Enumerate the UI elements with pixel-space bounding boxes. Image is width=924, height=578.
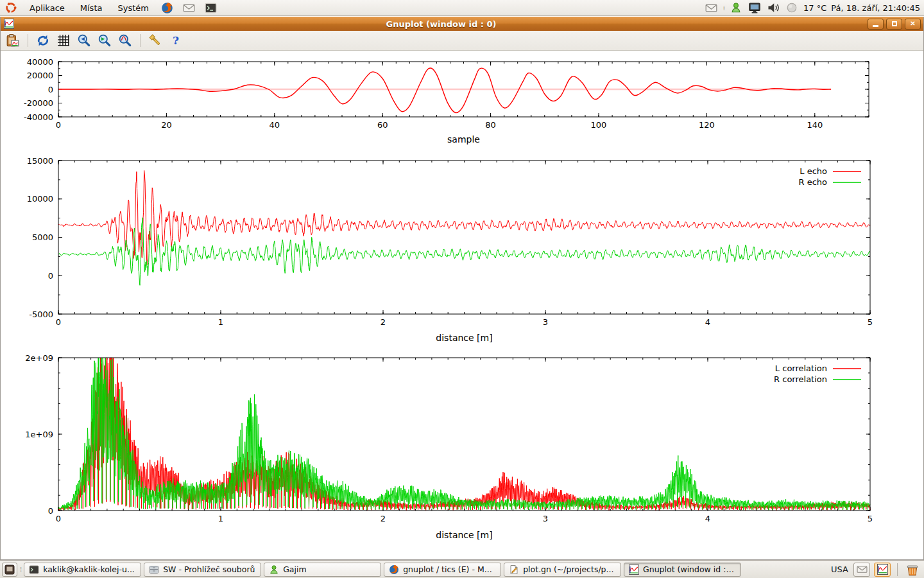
trash-icon [905,563,920,577]
tray-grip[interactable]: ⁞ [723,4,724,12]
x-tick-label: 40 [270,120,280,130]
autoscale-button[interactable] [117,32,133,49]
x-tick-label: 4 [705,317,710,327]
x-tick-label: 20 [161,120,172,130]
x-tick-label: 0 [56,120,61,130]
copy-to-clipboard-button[interactable] [4,32,21,49]
chart-echo-svg[interactable]: 012345-5000050001000015000distance [m]L … [1,154,923,351]
y-tick-label: -20000 [24,98,53,108]
task-button-text-editor[interactable]: plot.gn (~/projects/p... [504,563,621,577]
clock[interactable]: Pá, 18. září, 21:40:45 [831,3,920,13]
settings-button[interactable] [147,32,164,49]
x-tick-label: 140 [807,120,823,130]
x-tick-label: 0 [56,514,61,523]
legend-label: L correlation [775,363,827,373]
task-button-firefox[interactable]: gnuplot / tics (E) - M... [384,563,501,577]
volume-icon[interactable] [766,1,780,15]
y-tick-label: 10000 [27,194,53,204]
plot-canvas: 020406080100120140-40000-200000200004000… [1,51,923,559]
mail-icon [857,564,868,575]
y-tick-label: 2e+09 [25,353,53,363]
minimize-icon [873,25,878,27]
remote-desktop-icon[interactable] [748,1,762,15]
maximize-icon [892,21,897,26]
task-label: SW - Prohlížeč souborů [163,565,255,574]
taskbar-tray: USA [831,562,922,577]
weather-icon[interactable] [785,1,799,15]
gajim-icon [269,565,279,575]
y-tick-label: 0 [48,506,53,516]
titlebar[interactable]: Gnuplot (window id : 0) ✕ [1,17,923,31]
maximize-button[interactable] [886,19,902,30]
series-sample-signal [58,68,831,113]
chart-correlation-svg[interactable]: 01234501e+092e+09distance [m]L correlati… [1,351,923,560]
refresh-icon [36,33,50,48]
trash-button[interactable] [904,562,921,577]
gnuplot-icon [629,565,639,575]
x-axis-label: distance [m] [436,530,492,540]
top-panel: Aplikace Místa Systém ⁞ [0,0,924,16]
show-desktop-button[interactable] [2,563,17,577]
chart-sample-waveform: 020406080100120140-40000-200000200004000… [1,51,923,154]
file-manager-icon [149,565,159,575]
x-tick-label: 5 [868,514,873,523]
autoscale-icon [118,33,132,48]
help-icon: ? [173,34,179,47]
grid-button[interactable] [55,32,72,49]
toolbar: ? [1,31,923,51]
gnuplot-icon [877,564,888,575]
task-label: Gajim [283,565,306,574]
mail-notification-icon[interactable] [705,1,719,15]
temperature: 17 °C [803,3,826,13]
task-button-terminal[interactable]: kaklik@kaklik-kolej-u... [24,563,141,577]
chart-sample-svg[interactable]: 020406080100120140-40000-200000200004000… [1,51,923,154]
task-label: Gnuplot (window id : 0) [643,565,736,574]
menu-system[interactable]: Systém [114,2,152,14]
firefox-icon [389,565,399,575]
show-desktop-icon [4,565,15,575]
gajim-status-icon[interactable] [729,1,743,15]
legend-label: L echo [800,166,827,176]
text-editor-icon [509,565,519,575]
mail-launcher-icon[interactable] [182,1,196,15]
replot-button[interactable] [35,32,51,49]
task-button-file-manager[interactable]: SW - Prohlížeč souborů [144,563,261,577]
legend-label: R echo [798,177,827,187]
close-button[interactable]: ✕ [905,19,921,30]
zoom-next-button[interactable] [96,32,113,49]
keyboard-layout-indicator[interactable]: USA [831,565,848,574]
y-tick-label: 40000 [27,57,53,67]
system-tray: ⁞ 17 °C [705,1,920,15]
x-tick-label: 2 [381,317,386,327]
x-tick-label: 80 [485,120,496,130]
ubuntu-logo-icon[interactable] [4,1,18,15]
menu-applications[interactable]: Aplikace [26,2,69,14]
task-button-gajim[interactable]: Gajim [264,563,381,577]
x-axis-label: distance [m] [436,333,492,343]
x-tick-label: 0 [56,317,61,327]
y-tick-label: -40000 [24,112,53,122]
menu-places[interactable]: Místa [76,2,107,14]
zoom-previous-icon [77,33,91,48]
legend-label: R correlation [774,374,827,384]
tray-mail-button[interactable] [853,563,870,577]
taskbar-divider [897,563,898,576]
terminal-launcher-icon[interactable] [204,1,218,15]
y-tick-label: 15000 [27,156,53,166]
terminal-icon [29,565,39,575]
tray-gnuplot-button[interactable] [874,563,891,577]
zoom-previous-button[interactable] [76,32,92,49]
help-button[interactable]: ? [167,32,184,49]
firefox-launcher-icon[interactable] [160,1,175,15]
zoom-next-icon [98,33,112,48]
x-tick-label: 1 [218,317,223,327]
minimize-button[interactable] [868,19,884,30]
taskbar-grip[interactable]: ⁞ [20,566,21,573]
x-tick-label: 1 [218,514,223,523]
grid-icon [56,33,71,48]
toolbar-separator [140,34,141,47]
gnuplot-window-icon [3,18,15,30]
gnuplot-window: Gnuplot (window id : 0) ✕ [0,17,924,560]
task-button-gnuplot[interactable]: Gnuplot (window id : 0) [624,563,741,577]
x-tick-label: 3 [543,514,548,523]
